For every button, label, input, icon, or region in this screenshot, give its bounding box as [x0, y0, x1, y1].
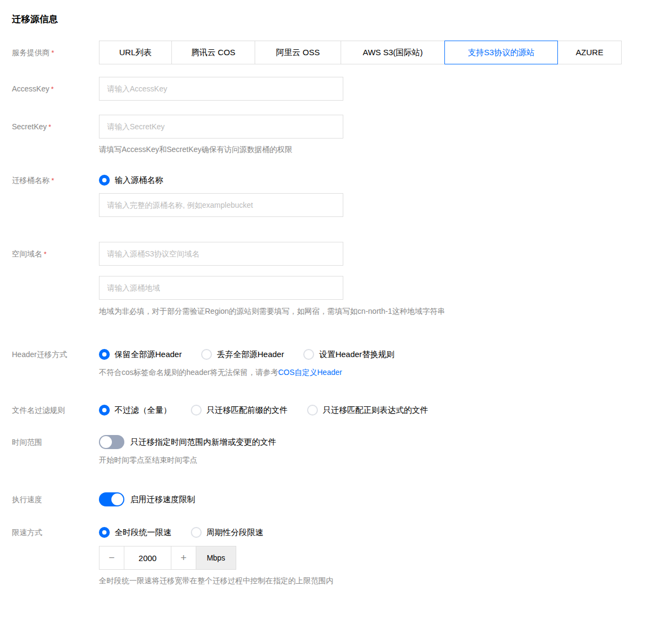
radio-unselected-icon — [191, 527, 202, 538]
bandwidth-unit: Mbps — [196, 546, 236, 569]
radio-no-filter[interactable]: 不过滤（全量） — [99, 405, 171, 416]
domain-endpoint-input[interactable] — [99, 242, 343, 266]
radio-discard-all-headers[interactable]: 丢弃全部源Header — [201, 349, 284, 360]
accesskey-row: AccessKey* — [12, 77, 672, 101]
filename-filter-label: 文件名过滤规则 — [12, 404, 99, 417]
radio-unselected-icon — [201, 349, 212, 360]
speed-limit-radio-group: 全时段统一限速 周期性分段限速 — [99, 526, 334, 539]
migration-source-form: 迁移源信息 服务提供商* URL列表 腾讯云 COS 阿里云 OSS AWS S… — [0, 0, 672, 586]
secretkey-input[interactable] — [99, 115, 343, 139]
provider-tabs: URL列表 腾讯云 COS 阿里云 OSS AWS S3(国际站) 支持S3协议… — [99, 41, 622, 64]
required-asterisk: * — [51, 85, 54, 93]
radio-regex-filter[interactable]: 只迁移匹配正则表达式的文件 — [307, 405, 428, 416]
header-mode-radio-group: 保留全部源Header 丢弃全部源Header 设置Header替换规则 — [99, 348, 395, 361]
bandwidth-value-input[interactable] — [124, 546, 171, 569]
speed-label: 执行速度 — [12, 492, 99, 506]
radio-enter-source-bucket[interactable]: 输入源桶名称 — [99, 175, 163, 186]
speed-row: 执行速度 启用迁移速度限制 — [12, 492, 672, 506]
speed-limit-mode-row: 限速方式 全时段统一限速 周期性分段限速 − + Mbps — [12, 526, 672, 586]
tab-aliyun-oss[interactable]: 阿里云 OSS — [255, 41, 341, 64]
bucket-name-label: 迁移桶名称* — [12, 174, 99, 187]
stepper-plus-button[interactable]: + — [171, 546, 196, 569]
secretkey-label: SecretKey* — [12, 115, 99, 139]
toggle-knob-icon — [111, 493, 123, 505]
radio-prefix-filter[interactable]: 只迁移匹配前缀的文件 — [191, 405, 288, 416]
radio-selected-icon — [99, 175, 110, 186]
filename-filter-row: 文件名过滤规则 不过滤（全量） 只迁移匹配前缀的文件 只迁移匹配正则表达式的文件 — [12, 404, 672, 417]
radio-keep-all-headers[interactable]: 保留全部源Header — [99, 349, 182, 360]
required-asterisk: * — [44, 250, 46, 258]
speed-limit-help: 全时段统一限速将迁移宽带在整个迁移过程中控制在指定的上限范围内 — [99, 576, 334, 586]
bucket-name-radio-group: 输入源桶名称 — [99, 174, 343, 187]
radio-unselected-icon — [303, 349, 314, 360]
time-range-label: 时间范围 — [12, 435, 99, 449]
header-mode-row: Header迁移方式 保留全部源Header 丢弃全部源Header 设置Hea… — [12, 348, 672, 378]
header-mode-help: 不符合cos标签命名规则的header将无法保留，请参考COS自定义Header — [99, 368, 395, 378]
page-title: 迁移源信息 — [12, 13, 672, 25]
provider-label: 服务提供商* — [12, 41, 99, 65]
bucket-name-row: 迁移桶名称* 输入源桶名称 — [12, 174, 672, 217]
speed-limit-toggle[interactable] — [99, 492, 124, 506]
radio-periodic-limit[interactable]: 周期性分段限速 — [191, 527, 263, 538]
provider-row: 服务提供商* URL列表 腾讯云 COS 阿里云 OSS AWS S3(国际站)… — [12, 41, 672, 65]
domain-help: 地域为非必填，对于部分需验证Region的源站则需要填写，如网宿，需填写如cn-… — [99, 307, 445, 317]
secretkey-help: 请填写AccessKey和SecretKey确保有访问源数据桶的权限 — [99, 145, 343, 155]
radio-uniform-limit[interactable]: 全时段统一限速 — [99, 527, 171, 538]
time-range-row: 时间范围 只迁移指定时间范围内新增或变更的文件 开始时间零点至结束时间零点 — [12, 435, 672, 465]
cos-custom-header-link[interactable]: COS自定义Header — [278, 368, 342, 377]
radio-selected-icon — [99, 405, 110, 416]
speed-limit-mode-label: 限速方式 — [12, 526, 99, 539]
tab-url-list[interactable]: URL列表 — [99, 41, 172, 64]
tab-azure[interactable]: AZURE — [557, 41, 622, 64]
tab-s3-compatible[interactable]: 支持S3协议的源站 — [444, 41, 558, 64]
domain-row: 空间域名* 地域为非必填，对于部分需验证Region的源站则需要填写，如网宿，需… — [12, 242, 672, 317]
bucket-name-input[interactable] — [99, 193, 343, 217]
accesskey-input[interactable] — [99, 77, 343, 101]
required-asterisk: * — [51, 176, 54, 184]
domain-label: 空间域名* — [12, 242, 99, 266]
radio-selected-icon — [99, 349, 110, 360]
stepper-minus-button[interactable]: − — [99, 546, 124, 569]
toggle-knob-icon — [100, 436, 112, 448]
header-mode-label: Header迁移方式 — [12, 348, 99, 361]
time-range-help: 开始时间零点至结束时间零点 — [99, 456, 276, 465]
time-range-toggle-label: 只迁移指定时间范围内新增或变更的文件 — [130, 437, 276, 447]
accesskey-label: AccessKey* — [12, 77, 99, 101]
required-asterisk: * — [49, 123, 51, 131]
speed-toggle-label: 启用迁移速度限制 — [130, 495, 195, 505]
filename-filter-radio-group: 不过滤（全量） 只迁移匹配前缀的文件 只迁移匹配正则表达式的文件 — [99, 404, 428, 417]
secretkey-row: SecretKey* 请填写AccessKey和SecretKey确保有访问源数… — [12, 115, 672, 155]
tab-tencent-cos[interactable]: 腾讯云 COS — [171, 41, 255, 64]
radio-set-header-rules[interactable]: 设置Header替换规则 — [303, 349, 394, 360]
radio-unselected-icon — [191, 405, 202, 416]
radio-unselected-icon — [307, 405, 318, 416]
required-asterisk: * — [51, 49, 54, 57]
domain-region-input[interactable] — [99, 276, 343, 300]
bandwidth-stepper: − + Mbps — [99, 546, 236, 570]
radio-selected-icon — [99, 527, 110, 538]
time-range-toggle[interactable] — [99, 435, 124, 449]
tab-aws-s3[interactable]: AWS S3(国际站) — [341, 41, 445, 64]
